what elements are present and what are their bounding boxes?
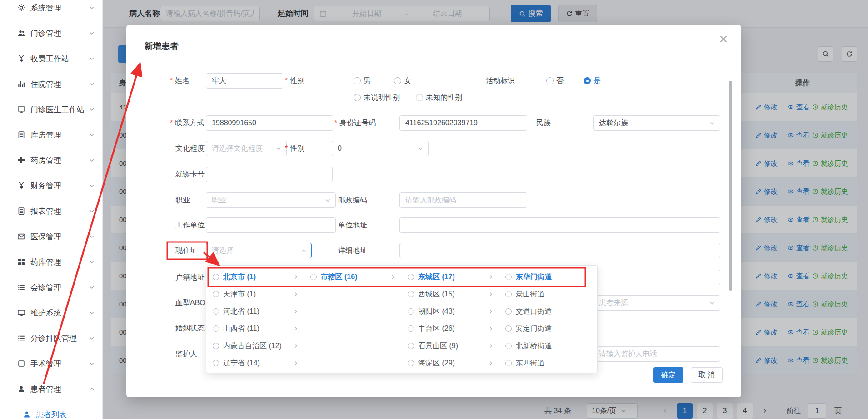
id-number-input[interactable] <box>399 115 527 131</box>
chevron-down-icon <box>89 335 95 341</box>
guardian-phone-input[interactable] <box>593 346 720 362</box>
cascader-option[interactable]: 辽宁省 (14) <box>206 355 304 372</box>
postal-code-input[interactable] <box>399 192 527 208</box>
radio-icon[interactable] <box>213 291 219 297</box>
radio-icon[interactable] <box>505 308 512 315</box>
radio-icon[interactable] <box>505 360 512 366</box>
name-input[interactable] <box>206 73 283 89</box>
work-address-input[interactable] <box>399 217 720 233</box>
patient-source-select[interactable]: 患者来源 <box>593 295 720 311</box>
chevron-right-icon <box>488 325 494 332</box>
cascader-option[interactable]: 河北省 (11) <box>206 303 304 320</box>
confirm-button[interactable]: 确定 <box>653 367 683 383</box>
sidebar-item-triage-queue[interactable]: 分诊排队管理 <box>0 325 102 351</box>
cascader-option[interactable]: 交道口街道 <box>499 303 598 320</box>
sidebar-item-outpatient[interactable]: 门诊管理 <box>0 20 102 46</box>
sidebar-item-warehouse[interactable]: 库房管理 <box>0 122 102 148</box>
chevron-right-icon <box>293 274 299 280</box>
cascader-option-label: 天津市 (1) <box>223 290 293 299</box>
radio-icon[interactable] <box>213 343 219 349</box>
sidebar-item-patient-list[interactable]: 患者列表 <box>0 402 102 419</box>
sidebar-item-finance[interactable]: 财务管理 <box>0 173 102 198</box>
add-patient-modal: 新增患者 姓名 性别 男 女 活动标识 否 是 未说明性别 未知的性别 联系方式… <box>126 25 741 397</box>
registered-address-extra-input[interactable] <box>593 270 720 285</box>
ethnicity-select[interactable]: 达斡尔族 <box>593 115 720 131</box>
cascader-option[interactable]: 海淀区 (29) <box>401 355 499 372</box>
cascader-option[interactable]: 石景山区 (9) <box>401 337 499 355</box>
detail-address-input[interactable] <box>399 243 720 258</box>
radio-icon[interactable] <box>505 325 512 332</box>
cascader-option[interactable]: 东华门街道 <box>499 268 598 286</box>
radio-icon[interactable] <box>408 325 414 332</box>
radio-icon[interactable] <box>505 343 512 349</box>
cascader-option-label: 西城区 (15) <box>418 290 488 299</box>
modal-scrollbar[interactable] <box>729 81 732 291</box>
cascader-option[interactable]: 西城区 (15) <box>401 286 499 303</box>
contact-input[interactable] <box>206 115 333 131</box>
gender-male-label[interactable]: 男 <box>364 73 371 89</box>
education-select[interactable]: 请选择文化程度 <box>206 141 287 156</box>
radio-icon[interactable] <box>408 274 414 280</box>
gender2-select[interactable]: 0 <box>332 141 429 156</box>
sidebar-item-reports[interactable]: 报表管理 <box>0 198 102 224</box>
sidebar-item-medical-insurance[interactable]: 医保管理 <box>0 224 102 249</box>
gender-unknown-radio[interactable] <box>416 94 423 101</box>
cascader-option[interactable]: 天津市 (1) <box>206 286 304 303</box>
sidebar-item-drug-storage[interactable]: 药库管理 <box>0 249 102 275</box>
active-yes-radio[interactable] <box>584 77 591 84</box>
cascader-option[interactable]: 北新桥街道 <box>499 337 598 355</box>
radio-icon[interactable] <box>408 291 414 297</box>
sidebar-item-patient[interactable]: 患者管理 <box>0 376 102 402</box>
cascader-option[interactable]: 丰台区 (26) <box>401 320 499 337</box>
cascader-option[interactable]: 朝阳区 (43) <box>401 303 499 320</box>
chevron-up-icon <box>89 386 95 392</box>
cascader-option[interactable]: 景山街道 <box>499 286 598 303</box>
cascader-option[interactable]: 北京市 (1) <box>206 268 304 286</box>
cancel-button[interactable]: 取 消 <box>691 367 723 383</box>
radio-icon[interactable] <box>408 343 414 349</box>
cascader-option[interactable]: 山西省 (11) <box>206 320 304 337</box>
active-yes-label[interactable]: 是 <box>594 73 601 89</box>
radio-icon[interactable] <box>505 291 512 297</box>
sidebar-item-maintenance[interactable]: 维护系统 <box>0 300 102 325</box>
chevron-down-icon <box>89 233 95 240</box>
active-no-label[interactable]: 否 <box>556 73 564 89</box>
current-address-select[interactable]: 请选择 <box>206 243 312 258</box>
sidebar-item-inpatient[interactable]: 住院管理 <box>0 71 102 97</box>
visit-card-input[interactable] <box>206 167 333 182</box>
gender-female-radio[interactable] <box>394 77 401 84</box>
sidebar-item-pharmacy[interactable]: 药房管理 <box>0 148 102 173</box>
sidebar-item-consultation[interactable]: 会诊管理 <box>0 275 102 300</box>
work-unit-input[interactable] <box>206 217 336 233</box>
cascader-option-label: 丰台区 (26) <box>418 324 488 334</box>
radio-icon[interactable] <box>213 274 219 280</box>
occupation-select[interactable]: 职业 <box>206 192 336 208</box>
close-icon[interactable] <box>718 34 728 44</box>
sidebar-item-outpatient-doctor-station[interactable]: 门诊医生工作站 <box>0 97 102 122</box>
radio-icon[interactable] <box>408 360 414 366</box>
radio-icon[interactable] <box>408 308 414 315</box>
app-root: 系统管理 门诊管理 收费工作站 住院管理 门诊医生工作站 <box>0 0 868 419</box>
cascader-option[interactable]: 东城区 (17) <box>401 268 499 286</box>
sidebar-item-system[interactable]: 系统管理 <box>0 0 102 20</box>
gender-female-label[interactable]: 女 <box>404 73 411 89</box>
radio-icon[interactable] <box>310 274 317 280</box>
cascader-option[interactable]: 市辖区 (16) <box>304 268 401 286</box>
gender-unknown-label[interactable]: 未知的性别 <box>426 90 462 105</box>
gender-unstated-label[interactable]: 未说明性别 <box>364 90 400 105</box>
radio-icon[interactable] <box>213 325 219 332</box>
sidebar-item-label: 住院管理 <box>30 79 89 89</box>
gender-unstated-radio[interactable] <box>354 94 361 101</box>
cascader-option[interactable]: 安定门街道 <box>499 320 598 337</box>
cascader-option-label: 河北省 (11) <box>223 307 293 316</box>
sidebar-item-charging-station[interactable]: 收费工作站 <box>0 46 102 71</box>
sidebar-item-surgery[interactable]: 手术管理 <box>0 351 102 376</box>
ethnicity-label: 民族 <box>536 115 551 131</box>
radio-icon[interactable] <box>213 308 219 315</box>
radio-icon[interactable] <box>505 274 512 280</box>
cascader-option[interactable]: 东四街道 <box>499 355 598 372</box>
cascader-option[interactable]: 内蒙古自治区 (12) <box>206 337 304 355</box>
gender-male-radio[interactable] <box>354 77 361 84</box>
active-no-radio[interactable] <box>546 77 554 84</box>
radio-icon[interactable] <box>213 360 219 366</box>
